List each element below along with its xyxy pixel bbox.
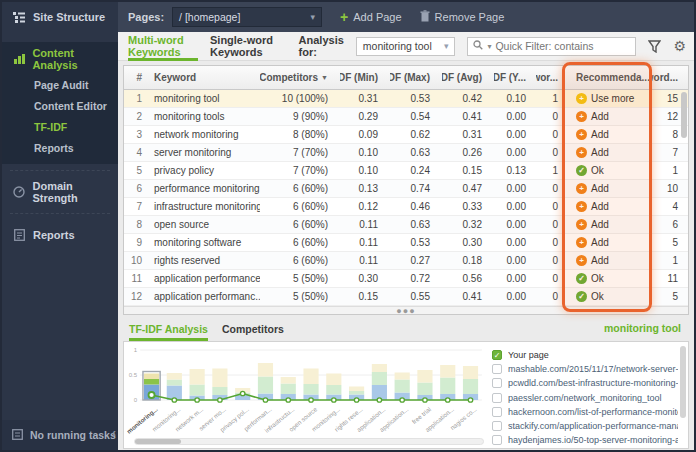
cell-kcount: 0 [536, 198, 566, 215]
table-row[interactable]: 12application performanc...5 (50%)0.150.… [124, 288, 688, 306]
cell-num: 2 [124, 108, 148, 125]
gear-icon[interactable]: ⚙ [673, 38, 686, 54]
cell-max: 0.55 [390, 288, 442, 305]
sidebar-item-tfidf[interactable]: TF-IDF [2, 116, 118, 137]
unchecked-checkbox[interactable] [492, 364, 502, 374]
sidebar-item-content-analysis[interactable]: Content Analysis [2, 44, 118, 74]
cell-min: 0.10 [340, 162, 390, 179]
tab-multi-word-keywords[interactable]: Multi-word Keywords [128, 32, 198, 61]
unchecked-checkbox[interactable] [492, 435, 502, 445]
use-more-icon: + [576, 93, 587, 104]
table-scrollbar[interactable] [681, 92, 687, 306]
table-row[interactable]: 2monitoring tools9 (90%)0.290.540.410.00… [124, 108, 688, 126]
scrollbar-thumb[interactable] [680, 346, 686, 418]
legend-label[interactable]: pcwdld.com/best-infrastructure-monitorin… [508, 378, 678, 388]
cell-max: 0.46 [390, 198, 442, 215]
remove-page-button[interactable]: Remove Page [420, 10, 505, 24]
column-header-max[interactable]: TF-IDF (Max) [390, 66, 442, 89]
keywords-table: #Keyword# of Competitors▼TF-IDF (Min)TF-… [123, 65, 689, 315]
sidebar-item-label: Reports [33, 229, 75, 241]
main-area: Multi-word Keywords Single-word Keywords… [118, 32, 694, 450]
cell-y: 0.13 [494, 162, 536, 179]
table-row[interactable]: 10rights reserved6 (60%)0.110.270.180.00… [124, 252, 688, 270]
cell-kcount: 0 [536, 126, 566, 143]
column-header-rec[interactable]: Recommenda... [566, 66, 650, 89]
legend-label[interactable]: mashable.com/2015/11/17/network-server-t [508, 364, 678, 374]
column-header-num[interactable]: # [124, 66, 148, 89]
analysis-for-select[interactable]: monitoring tool ▾ [356, 37, 456, 56]
table-row[interactable]: 7infrastructure monitoring6 (60%)0.120.4… [124, 198, 688, 216]
svg-text:1: 1 [134, 347, 138, 353]
sidebar: Site Structure Content Analysis Page Aud… [2, 2, 118, 450]
cell-max: 0.74 [390, 180, 442, 197]
sidebar-item-reports[interactable]: Reports [2, 220, 118, 250]
sort-desc-icon: ▼ [321, 74, 328, 81]
cell-y: 0.00 [494, 108, 536, 125]
cell-comp: 6 (60%) [260, 252, 340, 269]
legend-label[interactable]: hackernoon.com/list-of-performance-monit… [508, 407, 678, 417]
sidebar-divider [10, 170, 110, 171]
cell-recommendation: +Add [566, 234, 650, 251]
add-page-button[interactable]: + Add Page [340, 11, 402, 23]
topbar: Pages: / [homepage] ▾ + Add Page Remove … [118, 2, 694, 32]
table-row[interactable]: 6performance monitoring6 (60%)0.130.740.… [124, 180, 688, 198]
checked-checkbox-icon[interactable]: ✓ [492, 350, 502, 360]
add-icon: + [576, 111, 587, 122]
table-row[interactable]: 8open source6 (60%)0.110.630.320.000+Add… [124, 216, 688, 234]
legend-label[interactable]: haydenjames.io/50-top-server-monitoring-… [508, 435, 678, 445]
cell-y: 0.00 [494, 198, 536, 215]
legend-label[interactable]: paessler.com/network_monitoring_tool [508, 393, 662, 403]
ok-icon: ✓ [576, 165, 587, 176]
tab-tfidf-analysis[interactable]: TF-IDF Analysis [129, 319, 208, 341]
table-row[interactable]: 3network monitoring8 (80%)0.090.620.310.… [124, 126, 688, 144]
column-header-avg[interactable]: TF-IDF (Avg) [442, 66, 494, 89]
sidebar-item-domain-strength[interactable]: Domain Strength [2, 177, 118, 207]
quick-filter-input[interactable] [495, 40, 630, 52]
cell-num: 8 [124, 216, 148, 233]
unchecked-checkbox[interactable] [492, 421, 502, 431]
tab-competitors[interactable]: Competitors [222, 319, 284, 341]
chart-h-scrollbar[interactable] [134, 438, 484, 445]
column-header-y[interactable]: TF-IDF (Y... [494, 66, 536, 89]
add-icon: + [576, 237, 587, 248]
scrollbar-thumb[interactable] [135, 439, 181, 444]
legend-label[interactable]: stackify.com/application-performance-man… [508, 421, 678, 431]
unchecked-checkbox[interactable] [492, 378, 502, 388]
tab-single-word-keywords[interactable]: Single-word Keywords [210, 32, 285, 61]
cell-kw: application performance [148, 270, 260, 287]
cell-kw: application performanc... [148, 288, 260, 305]
cell-max: 0.27 [390, 252, 442, 269]
sidebar-item-reports-sub[interactable]: Reports [2, 137, 118, 158]
table-row[interactable]: 1monitoring tool10 (100%)0.310.530.420.1… [124, 90, 688, 108]
tasks-icon [12, 429, 23, 442]
table-row[interactable]: 11application performance5 (50%)0.300.72… [124, 270, 688, 288]
scrollbar-thumb[interactable] [681, 92, 687, 138]
plus-icon: + [340, 11, 348, 23]
cell-kcount: 0 [536, 216, 566, 233]
column-header-min[interactable]: TF-IDF (Min) [340, 66, 390, 89]
splitter-handle[interactable]: ●●● [124, 306, 688, 314]
column-header-comp[interactable]: # of Competitors▼ [260, 66, 340, 89]
sidebar-collapse-icon[interactable]: ‹ [112, 426, 116, 440]
sidebar-item-content-editor[interactable]: Content Editor [2, 95, 118, 116]
legend-label[interactable]: Your page [508, 350, 549, 360]
column-header-kwd[interactable]: Keyword... [650, 66, 688, 89]
recommendation-label: Add [591, 219, 609, 230]
table-row[interactable]: 4server monitoring7 (70%)0.100.630.260.0… [124, 144, 688, 162]
cell-kw: infrastructure monitoring [148, 198, 260, 215]
table-row[interactable]: 5privacy policy7 (70%)0.100.240.150.131✓… [124, 162, 688, 180]
sidebar-item-site-structure[interactable]: Site Structure [2, 2, 118, 32]
add-icon: + [576, 201, 587, 212]
sidebar-item-page-audit[interactable]: Page Audit [2, 74, 118, 95]
cell-num: 7 [124, 198, 148, 215]
unchecked-checkbox[interactable] [492, 393, 502, 403]
filter-icon[interactable] [648, 40, 661, 53]
table-row[interactable]: 9monitoring software6 (60%)0.110.530.300… [124, 234, 688, 252]
column-header-kcount[interactable]: Keywor... [536, 66, 566, 89]
chevron-down-icon[interactable]: ▾ [487, 42, 491, 51]
legend-scrollbar[interactable] [680, 346, 686, 442]
pages-select[interactable]: / [homepage] ▾ [172, 7, 322, 27]
column-header-kw[interactable]: Keyword [148, 66, 260, 89]
cell-recommendation: +Add [566, 108, 650, 125]
unchecked-checkbox[interactable] [492, 407, 502, 417]
